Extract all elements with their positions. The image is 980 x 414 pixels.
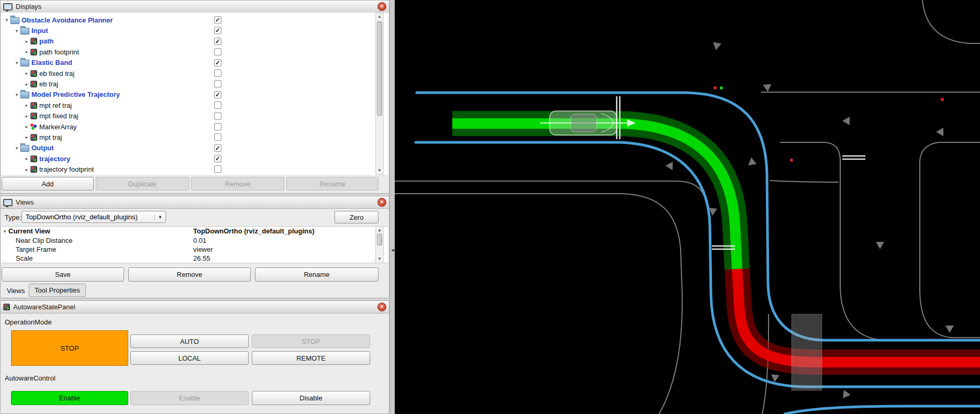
add-button[interactable]: Add [2,177,94,191]
display-tree-row[interactable]: ▸trajectory footprint [1,164,388,174]
local-button[interactable]: LOCAL [130,351,249,365]
display-icon [30,38,37,44]
visibility-checkbox[interactable] [214,48,221,55]
scroll-up-icon[interactable]: ▲ [376,13,383,20]
displays-titlebar[interactable]: Displays [1,1,389,13]
visibility-checkbox[interactable] [214,38,221,45]
display-tree-row[interactable]: ▾Model Predictive Trajectory [1,89,388,100]
visibility-checkbox[interactable] [214,80,221,87]
visibility-checkbox[interactable] [214,123,221,130]
expander-open-icon[interactable]: ▾ [13,28,20,33]
expander-closed-icon[interactable]: ▸ [23,124,30,129]
expander-open-icon[interactable]: ▾ [13,60,20,65]
expander-open-icon[interactable]: ▾ [3,17,10,23]
stop-button[interactable]: STOP [252,334,370,348]
visibility-checkbox[interactable] [214,113,221,120]
state-titlebar[interactable]: AutowareStatePanel [1,301,389,314]
visibility-checkbox[interactable] [214,144,221,152]
expander-closed-icon[interactable]: ▸ [23,82,30,87]
remove-view-button[interactable]: Remove [128,267,251,282]
display-tree-row[interactable]: ▸MarkerArray [1,121,388,132]
expander-closed-icon[interactable]: ▸ [23,39,30,44]
display-tree-row[interactable]: ▾Input [1,25,388,36]
scroll-down-icon[interactable]: ▼ [376,167,383,174]
scroll-up-icon[interactable]: ▲ [376,227,383,234]
property-value[interactable]: TopDownOrtho (rviz_default_plugins) [193,227,315,235]
disable-button[interactable]: Disable [252,391,370,405]
property-row[interactable]: Scale26.55 [1,254,388,263]
auto-button[interactable]: AUTO [130,334,249,348]
expander-closed-icon[interactable]: ▸ [23,135,30,140]
property-row[interactable]: ▾Current ViewTopDownOrtho (rviz_default_… [1,227,388,236]
display-tree-row[interactable]: ▸eb fixed traj [1,68,388,79]
displays-panel: Displays ▾Obstacle Avoidance Planner▾Inp… [0,0,389,194]
display-tree-row[interactable]: ▸path footprint [1,47,388,57]
folder-icon [20,92,29,98]
property-row[interactable]: Near Clip Distance0.01 [1,236,388,244]
display-tree-row[interactable]: ▾Elastic Band [1,58,388,68]
property-value[interactable]: viewer [193,245,213,253]
displays-tree[interactable]: ▾Obstacle Avoidance Planner▾Input▸path▸p… [1,13,388,175]
duplicate-button[interactable]: Duplicate [96,177,189,191]
display-tree-row[interactable]: ▸eb traj [1,79,388,89]
visibility-checkbox[interactable] [214,59,221,66]
scroll-thumb[interactable] [377,234,382,245]
remote-button[interactable]: REMOTE [252,351,370,365]
display-tree-row[interactable]: ▸path [1,36,388,47]
visibility-checkbox[interactable] [214,70,221,77]
close-icon[interactable] [377,198,386,207]
expander-closed-icon[interactable]: ▸ [23,167,30,172]
views-properties[interactable]: ▾Current ViewTopDownOrtho (rviz_default_… [1,226,388,263]
expander-open-icon[interactable]: ▾ [13,92,20,97]
rename-view-button[interactable]: Rename [255,267,378,282]
display-name: trajectory footprint [39,165,94,173]
display-name: Output [31,144,54,152]
property-row[interactable]: Target Frameviewer [1,245,388,254]
visibility-checkbox[interactable] [214,27,221,34]
expander-open-icon[interactable]: ▾ [1,229,8,234]
display-tree-row[interactable]: ▸mpt traj [1,132,388,142]
folder-icon [20,60,29,66]
stop-state-button[interactable]: STOP [11,330,128,366]
tab-tool-properties[interactable]: Tool Properties [29,284,86,297]
property-value[interactable]: 26.55 [193,254,210,262]
scroll-thumb[interactable] [377,21,382,116]
property-value[interactable]: 0.01 [193,237,206,244]
expander-closed-icon[interactable]: ▸ [23,114,30,119]
rename-button[interactable]: Rename [286,177,378,191]
expander-closed-icon[interactable]: ▸ [23,49,30,54]
views-titlebar[interactable]: Views [1,196,389,209]
enable-state-button[interactable]: Enable [11,391,128,405]
expander-closed-icon[interactable]: ▸ [23,103,30,108]
visibility-checkbox[interactable] [214,165,221,173]
visibility-checkbox[interactable] [214,102,221,109]
remove-button[interactable]: Remove [191,177,284,191]
visibility-checkbox[interactable] [214,16,221,24]
scroll-down-icon[interactable]: ▼ [376,255,383,263]
visibility-checkbox[interactable] [214,155,221,162]
display-tree-row[interactable]: ▸mpt fixed traj [1,111,388,121]
views-scrollbar[interactable]: ▲ ▼ [375,226,384,263]
display-tree-row[interactable]: ▸trajectory [1,153,388,164]
displays-scrollbar[interactable]: ▲ ▼ [375,13,384,175]
tab-views[interactable]: Views [2,285,30,297]
visibility-checkbox[interactable] [214,133,221,141]
view-type-combobox[interactable]: TopDownOrtho (rviz_default_plugins) ▼ [21,211,166,223]
expander-closed-icon[interactable]: ▸ [23,71,30,76]
visibility-checkbox[interactable] [214,91,221,98]
enable-button[interactable]: Enable [130,391,249,405]
chevron-down-icon[interactable]: ▼ [154,215,165,220]
expander-open-icon[interactable]: ▾ [13,146,20,151]
3d-viewport[interactable] [395,0,980,414]
display-tree-row[interactable]: ▾Output [1,143,388,153]
zero-button[interactable]: Zero [335,211,378,223]
display-name: eb traj [39,80,58,88]
close-icon[interactable] [377,2,386,11]
save-button[interactable]: Save [2,267,124,282]
display-name: path [39,37,53,45]
display-tree-row[interactable]: ▾Obstacle Avoidance Planner [1,15,388,25]
display-tree-row[interactable]: ▸mpt ref traj [1,100,388,110]
monitor-icon [3,199,13,206]
close-icon[interactable] [377,303,386,311]
expander-closed-icon[interactable]: ▸ [23,156,30,161]
